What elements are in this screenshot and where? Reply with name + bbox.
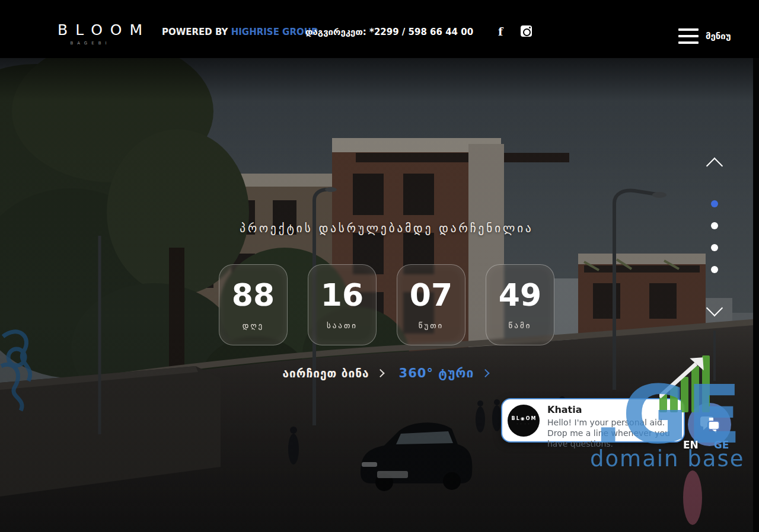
slider-dot-3[interactable] <box>711 244 718 251</box>
chat-message: Hello! I'm your personal aid. Drop me a … <box>547 417 683 449</box>
hero-links: აირჩიეთ ბინა 360° ტური <box>283 366 489 380</box>
countdown-hours: 16 საათი <box>308 264 377 345</box>
hero-content: პროექტის დასრულებამდე დარჩენილია 88 დღე … <box>0 58 759 532</box>
countdown: 88 დღე 16 საათი 07 წუთი 49 წამი <box>219 264 554 345</box>
top-navbar: BLOOM BAGEBI POWERED BY HIGHRISE GROUP დ… <box>0 0 759 58</box>
slider-dot-1[interactable] <box>711 200 718 207</box>
slider-next-button[interactable] <box>706 306 722 315</box>
social-links: f <box>498 25 532 37</box>
chevron-right-icon <box>376 369 384 377</box>
chat-agent-avatar: BL◉OM · · · · <box>508 405 540 437</box>
choose-apartment-label: აირჩიეთ ბინა <box>283 367 369 380</box>
menu-button[interactable]: მენიუ <box>678 28 731 44</box>
slider-prev-button[interactable] <box>706 159 722 168</box>
tour-360-link[interactable]: 360° ტური <box>399 366 489 380</box>
avatar-logo-text: BL◉OM <box>511 416 537 421</box>
avatar-logo-dots: · · · · <box>517 422 531 425</box>
language-ge[interactable]: GE <box>714 439 729 451</box>
countdown-days-value: 88 <box>232 280 275 310</box>
powered-by-brand-link[interactable]: HIGHRISE GROUP <box>231 27 318 37</box>
tour-360-label: 360° ტური <box>399 366 474 380</box>
countdown-seconds: 49 წამი <box>486 264 554 345</box>
right-edge-strip <box>753 58 759 532</box>
slider-dot-4[interactable] <box>711 266 718 273</box>
logo-title: BLOOM <box>50 21 127 39</box>
page: BLOOM BAGEBI POWERED BY HIGHRISE GROUP დ… <box>0 0 759 532</box>
countdown-minutes-value: 07 <box>410 280 452 310</box>
phone-number[interactable]: დაგვირეკეთ: *2299 / 598 66 44 00 <box>305 27 473 37</box>
language-toggle: EN GE <box>683 439 729 451</box>
chat-greeting-bubble[interactable]: BL◉OM · · · · Khatia Hello! I'm your per… <box>501 398 685 443</box>
chat-bubbles-icon <box>700 416 720 434</box>
countdown-days: 88 დღე <box>219 264 288 345</box>
instagram-icon[interactable] <box>521 25 532 37</box>
powered-by-prefix: POWERED BY <box>162 27 228 37</box>
logo-subtitle: BAGEBI <box>50 41 127 46</box>
powered-by: POWERED BY HIGHRISE GROUP <box>162 27 318 37</box>
hero-slide: პროექტის დასრულებამდე დარჩენილია 88 დღე … <box>0 58 759 532</box>
countdown-days-label: დღე <box>243 321 264 330</box>
countdown-title: პროექტის დასრულებამდე დარჩენილია <box>240 222 533 235</box>
chat-texts: Khatia Hello! I'm your personal aid. Dro… <box>547 404 683 449</box>
language-en[interactable]: EN <box>683 439 699 451</box>
bloom-logo[interactable]: BLOOM BAGEBI <box>50 21 127 46</box>
countdown-seconds-value: 49 <box>499 280 541 310</box>
countdown-minutes-label: წუთი <box>419 321 444 330</box>
countdown-hours-label: საათი <box>327 321 358 330</box>
countdown-seconds-label: წამი <box>509 321 532 330</box>
facebook-icon[interactable]: f <box>498 25 506 37</box>
choose-apartment-link[interactable]: აირჩიეთ ბინა <box>283 367 384 380</box>
countdown-minutes: 07 წუთი <box>397 264 465 345</box>
chat-agent-name: Khatia <box>547 404 683 415</box>
chevron-right-icon <box>481 369 489 377</box>
countdown-hours-value: 16 <box>321 280 363 310</box>
hamburger-icon <box>678 28 699 44</box>
slider-dot-2[interactable] <box>711 222 718 229</box>
slider-dots <box>711 200 718 273</box>
menu-label: მენიუ <box>706 31 731 41</box>
